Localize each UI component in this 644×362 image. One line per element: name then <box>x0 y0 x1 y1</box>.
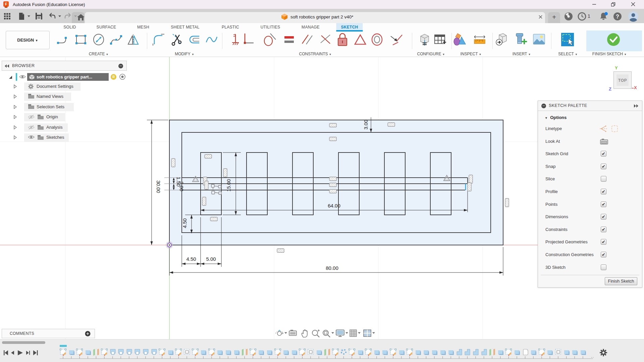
ribbon-tab-mesh[interactable]: MESH <box>132 23 154 32</box>
checkbox-snap[interactable]: ✔ <box>601 164 606 169</box>
create-spline-icon[interactable] <box>110 32 124 48</box>
browser-item-analysis[interactable]: Analysis <box>2 123 127 132</box>
sketch-origin[interactable] <box>166 241 173 249</box>
create-line-icon[interactable] <box>56 32 71 48</box>
palette-options-header[interactable]: ▼ Options <box>538 111 642 122</box>
insert-derive-icon[interactable] <box>495 32 510 48</box>
ribbon-tab-manage[interactable]: MANAGE <box>297 23 324 32</box>
comments-bar[interactable]: COMMENTS <box>2 329 95 338</box>
group-label-select[interactable]: SELECT▼ <box>558 52 578 56</box>
browser-item-origin[interactable]: Origin <box>2 113 127 121</box>
orbit-icon[interactable] <box>275 329 284 339</box>
notifications-bell-icon[interactable] <box>599 12 608 21</box>
checkbox-constraints[interactable]: ✔ <box>601 227 606 232</box>
ribbon-tab-surface[interactable]: SURFACE <box>92 23 121 32</box>
look-at-icon[interactable] <box>288 329 297 338</box>
palette-collapse-icon[interactable]: – <box>541 104 546 108</box>
browser-header[interactable]: BROWSER – <box>2 61 127 71</box>
group-label-constraints[interactable]: CONSTRAINTS▼ <box>299 52 332 56</box>
create-rectangle-icon[interactable] <box>74 32 89 48</box>
insert-fastener-icon[interactable] <box>514 32 528 48</box>
group-label-insert[interactable]: INSERT▼ <box>513 52 531 56</box>
browser-item-document-settings[interactable]: Document Settings <box>2 82 127 91</box>
redo-icon[interactable] <box>64 12 72 20</box>
group-label-modify[interactable]: MODIFY▼ <box>175 52 194 56</box>
constraint-collinear-icon[interactable] <box>319 32 333 48</box>
ribbon-tab-plastic[interactable]: PLASTIC <box>217 23 244 32</box>
inspect-measure-icon[interactable] <box>453 32 468 48</box>
browser-item-sketches[interactable]: Sketches <box>2 133 127 142</box>
close-button[interactable] <box>626 0 641 9</box>
browser-collapse-icon[interactable]: – <box>118 64 123 68</box>
inspect-ruler-icon[interactable] <box>473 32 488 48</box>
group-label-finish-sketch[interactable]: FINISH SKETCH▼ <box>592 52 627 56</box>
group-label-create[interactable]: CREATE▼ <box>89 52 109 56</box>
design-dropdown[interactable]: DESIGN ▼ <box>6 31 50 49</box>
constraint-parallel-icon[interactable] <box>300 32 315 48</box>
checkbox-slice[interactable] <box>601 176 606 182</box>
restore-button[interactable] <box>606 0 621 9</box>
checkbox-points[interactable]: ✔ <box>601 201 606 207</box>
configure-feature-icon[interactable] <box>418 32 433 48</box>
browser-root-item[interactable]: soft robotics gripper part...R <box>2 73 127 81</box>
ribbon-tab-sheet-metal[interactable]: SHEET METAL <box>166 23 204 32</box>
browser-item-selection-sets[interactable]: Selection Sets <box>2 103 127 111</box>
file-icon[interactable] <box>17 12 26 20</box>
undo-icon[interactable] <box>48 12 56 20</box>
create-mirror-icon[interactable] <box>127 32 142 48</box>
constraint-midpoint-icon[interactable] <box>389 32 404 48</box>
modify-offset-icon[interactable] <box>188 32 203 48</box>
save-icon[interactable] <box>35 12 43 20</box>
app-grid-icon[interactable] <box>3 12 12 20</box>
viewcube-face-label[interactable]: TOP <box>616 74 629 86</box>
modify-fillet-icon[interactable] <box>152 32 167 48</box>
viewports-icon[interactable] <box>363 329 372 339</box>
fit-icon[interactable] <box>322 329 331 339</box>
create-circle-icon[interactable] <box>92 32 107 48</box>
ribbon-tab-solid[interactable]: SOLID <box>59 23 81 32</box>
viewcube[interactable]: TOP <box>613 71 632 89</box>
avatar[interactable] <box>628 11 639 22</box>
checkbox-dimensions[interactable]: ✔ <box>601 214 606 220</box>
constraint-triangle-icon[interactable] <box>354 32 368 48</box>
select-icon[interactable] <box>560 32 575 48</box>
constraint-concentric-icon[interactable] <box>370 32 385 48</box>
configure-table-icon[interactable] <box>433 32 447 48</box>
look-at-icon[interactable] <box>600 138 608 146</box>
checkbox-3d-sketch[interactable] <box>601 264 606 270</box>
constraint-lock-icon[interactable] <box>335 32 350 48</box>
new-document-button[interactable]: + <box>548 12 560 23</box>
browser-item-named-views[interactable]: Named Views <box>2 93 127 101</box>
constraint-perpendicular-icon[interactable] <box>241 32 256 48</box>
checkbox-construction-geometries[interactable]: ✔ <box>601 252 606 257</box>
close-document-icon[interactable] <box>539 15 543 19</box>
timeline-settings-gear-icon[interactable] <box>599 348 608 357</box>
insert-image-icon[interactable] <box>532 32 547 48</box>
file-menu-caret[interactable] <box>28 15 30 17</box>
modify-trim-icon[interactable] <box>170 32 185 48</box>
display-icon[interactable] <box>335 329 345 339</box>
job-status-icon[interactable] <box>578 12 586 21</box>
group-label-configure[interactable]: CONFIGURE▼ <box>417 52 445 56</box>
extensions-icon[interactable] <box>564 12 573 21</box>
palette-header[interactable]: – SKETCH PALETTE <box>538 101 642 111</box>
help-icon[interactable]: ? <box>613 12 622 21</box>
finish-sketch-button[interactable]: Finish Sketch <box>605 277 637 285</box>
checkbox-sketch-grid[interactable]: ✔ <box>601 151 606 157</box>
pan-icon[interactable] <box>301 329 309 339</box>
constraint-equal-icon[interactable] <box>282 32 297 48</box>
linetype-icons[interactable] <box>599 125 619 133</box>
minimize-button[interactable] <box>587 0 602 9</box>
checkbox-projected-geometries[interactable]: ✔ <box>601 239 606 245</box>
ribbon-tab-utilities[interactable]: UTILITIES <box>256 23 285 32</box>
collapse-panel-icon[interactable] <box>5 64 9 68</box>
add-comment-icon[interactable] <box>85 331 91 337</box>
home-icon[interactable] <box>76 13 85 22</box>
checkbox-profile[interactable]: ✔ <box>601 189 606 194</box>
constraint-tangent-icon[interactable] <box>263 32 278 48</box>
zoom-icon[interactable] <box>311 329 320 339</box>
grid-icon[interactable] <box>349 329 357 339</box>
group-label-inspect[interactable]: INSPECT▼ <box>461 52 482 56</box>
modify-curve-icon[interactable] <box>205 32 220 48</box>
finish-sketch-icon[interactable] <box>606 32 621 48</box>
